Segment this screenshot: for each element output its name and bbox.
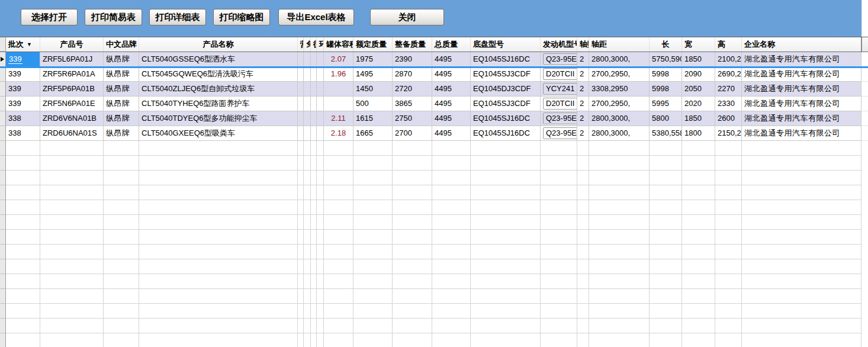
table-row[interactable]: 339ZRF5P6PA01B纵昂牌CLT5040ZLJEQ6型自卸式垃圾车145…	[0, 82, 868, 97]
cell-total[interactable]: 4495	[432, 67, 471, 82]
cell-length[interactable]: 5995	[650, 97, 682, 111]
cell-width[interactable]: 1850	[682, 52, 715, 67]
cell-product_no[interactable]: ZRF5N6PA01E	[40, 97, 104, 111]
cell-width[interactable]: 2050	[682, 82, 715, 97]
cell-tank[interactable]: 2.07	[324, 52, 353, 67]
cell-f2[interactable]	[304, 126, 311, 141]
row-selector-cell[interactable]	[0, 97, 6, 111]
cell-name[interactable]: CLT5040GXEEQ6型吸粪车	[139, 126, 298, 141]
cell-batch[interactable]: 338	[6, 111, 40, 126]
cell-tank[interactable]: 2.18	[324, 126, 353, 141]
cell-rated[interactable]: 1975	[353, 52, 393, 67]
engine-model-box[interactable]: D20TCII	[543, 68, 577, 80]
cell-engine[interactable]: D20TCII	[541, 97, 577, 111]
cell-f1[interactable]	[298, 97, 304, 111]
cell-brand[interactable]: 纵昂牌	[104, 52, 139, 67]
cell-company[interactable]: 湖北盈通专用汽车有限公司	[742, 82, 861, 97]
cell-f1[interactable]	[298, 126, 304, 141]
column-header-curb[interactable]: 整备质量	[393, 37, 432, 52]
cell-f4[interactable]	[317, 126, 324, 141]
cell-f2[interactable]	[304, 97, 311, 111]
cell-name[interactable]: CLT5040TYHEQ6型路面养护车	[139, 97, 298, 111]
cell-height[interactable]: 2330	[715, 97, 742, 111]
cell-engine[interactable]: YCY241	[541, 82, 577, 97]
cell-height[interactable]: 2600	[715, 111, 742, 126]
cell-axles[interactable]: 2	[577, 97, 589, 111]
cell-total[interactable]: 4495	[432, 126, 471, 141]
cell-axles[interactable]: 2	[577, 67, 589, 82]
cell-f1[interactable]	[298, 52, 304, 67]
cell-f4[interactable]	[317, 82, 324, 97]
cell-engine[interactable]: D20TCII	[541, 67, 577, 82]
row-selector-cell[interactable]	[0, 126, 6, 141]
cell-f1[interactable]	[298, 82, 304, 97]
column-header-rated[interactable]: 额定质量	[353, 37, 393, 52]
cell-f3[interactable]	[311, 67, 317, 82]
table-row[interactable]: 338ZRD6U6NA01S纵昂牌CLT5040GXEEQ6型吸粪车2.1816…	[0, 126, 868, 141]
table-row[interactable]: 339ZRF5L6PA01J纵昂牌CLT5040GSSEQ6型洒水车2.0719…	[0, 52, 868, 67]
cell-chassis[interactable]: EQ1045SJ3CDF	[471, 97, 541, 111]
cell-f3[interactable]	[311, 52, 317, 67]
cell-length[interactable]: 5998	[650, 82, 682, 97]
cell-f2[interactable]	[304, 67, 311, 82]
cell-batch[interactable]: 339	[6, 97, 40, 111]
cell-f3[interactable]	[311, 111, 317, 126]
cell-batch[interactable]: 339	[6, 67, 40, 82]
cell-engine[interactable]: Q23-95E	[541, 126, 577, 141]
cell-f3[interactable]	[311, 126, 317, 141]
column-header-f4[interactable]: 环	[317, 37, 324, 52]
cell-batch[interactable]: 339	[6, 52, 40, 67]
cell-chassis[interactable]: EQ1045SJ3CDF	[471, 67, 541, 82]
cell-f3[interactable]	[311, 97, 317, 111]
cell-name[interactable]: CLT5045GQWEQ6型清洗吸污车	[139, 67, 298, 82]
column-header-total[interactable]: 总质量	[432, 37, 471, 52]
cell-brand[interactable]: 纵昂牌	[104, 126, 139, 141]
cell-curb[interactable]: 2720	[393, 82, 432, 97]
cell-company[interactable]: 湖北盈通专用汽车有限公司	[742, 126, 861, 141]
table-row[interactable]: 339ZRF5N6PA01E纵昂牌CLT5040TYHEQ6型路面养护车5003…	[0, 97, 868, 111]
cell-name[interactable]: CLT5040GSSEQ6型洒水车	[139, 52, 298, 67]
cell-wheelbase[interactable]: 2800,3000,	[589, 126, 650, 141]
cell-wheelbase[interactable]: 3308,2950	[589, 82, 650, 97]
column-header-chassis[interactable]: 底盘型号	[471, 37, 541, 52]
cell-product_no[interactable]: ZRF5L6PA01J	[40, 52, 104, 67]
row-selector-cell[interactable]	[0, 67, 6, 82]
cell-name[interactable]: CLT5040TDYEQ6型多功能抑尘车	[139, 111, 298, 126]
cell-f4[interactable]	[317, 97, 324, 111]
cell-product_no[interactable]: ZRD6V6NA01B	[40, 111, 104, 126]
column-header-company[interactable]: 企业名称	[742, 37, 861, 52]
cell-rated[interactable]: 1450	[353, 82, 393, 97]
cell-chassis[interactable]: EQ1045DJ3CDF	[471, 82, 541, 97]
row-selector-cell[interactable]	[0, 82, 6, 97]
cell-brand[interactable]: 纵昂牌	[104, 97, 139, 111]
cell-brand[interactable]: 纵昂牌	[104, 111, 139, 126]
column-header-tank[interactable]: 罐体容积	[324, 37, 353, 52]
print-thumbnail-button[interactable]: 打印缩略图	[213, 9, 270, 25]
engine-model-box[interactable]: Q23-95E	[543, 113, 577, 124]
cell-length[interactable]: 5380,5580	[650, 126, 682, 141]
cell-curb[interactable]: 3865	[393, 97, 432, 111]
cell-f3[interactable]	[311, 82, 317, 97]
cell-tank[interactable]: 1.96	[324, 67, 353, 82]
cell-chassis[interactable]: EQ1045SJ16DC	[471, 111, 541, 126]
cell-rated[interactable]: 1495	[353, 67, 393, 82]
cell-curb[interactable]: 2700	[393, 126, 432, 141]
cell-axles[interactable]: 2	[577, 82, 589, 97]
cell-product_no[interactable]: ZRF5R6PA01A	[40, 67, 104, 82]
cell-wheelbase[interactable]: 2700,2950,	[589, 67, 650, 82]
cell-chassis[interactable]: EQ1045SJ16DC	[471, 52, 541, 67]
cell-height[interactable]: 2270	[715, 82, 742, 97]
cell-total[interactable]: 4495	[432, 111, 471, 126]
column-header-batch[interactable]: 批次▼	[6, 37, 40, 52]
cell-brand[interactable]: 纵昂牌	[104, 67, 139, 82]
cell-height[interactable]: 2690,2	[715, 67, 742, 82]
column-header-engine[interactable]: 发动机型号	[541, 37, 577, 52]
column-header-length[interactable]: 长	[650, 37, 682, 52]
cell-length[interactable]: 5800	[650, 111, 682, 126]
column-header-f2[interactable]: 免	[304, 37, 311, 52]
cell-company[interactable]: 湖北盈通专用汽车有限公司	[742, 97, 861, 111]
cell-curb[interactable]: 2750	[393, 111, 432, 126]
cell-width[interactable]: 1800	[682, 126, 715, 141]
cell-company[interactable]: 湖北盈通专用汽车有限公司	[742, 111, 861, 126]
cell-product_no[interactable]: ZRD6U6NA01S	[40, 126, 104, 141]
